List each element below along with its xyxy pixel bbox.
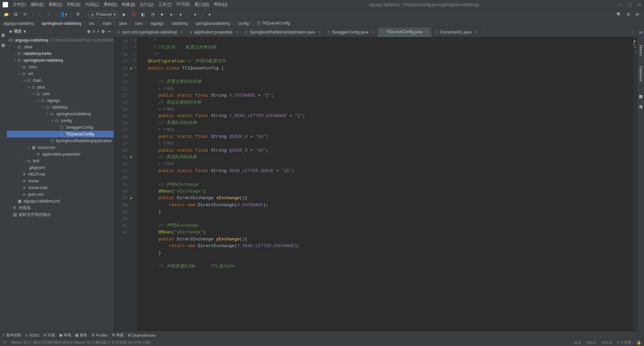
back-icon[interactable]: ← <box>36 11 43 18</box>
error-strip[interactable]: ▲ 1 ∧ ∨ <box>633 37 637 331</box>
settings-icon[interactable]: ⚙ <box>625 11 632 18</box>
expand-icon[interactable]: ≡ <box>93 29 95 34</box>
menu-item[interactable]: 视图(V) <box>47 1 64 8</box>
cursor-position[interactable]: 95:6 <box>574 341 581 345</box>
minimize-icon[interactable]: — <box>618 2 622 7</box>
bottom-tab[interactable]: ᚶ 版本控制 <box>3 333 21 338</box>
editor-tab[interactable]: CConsumer01.java× <box>432 27 481 37</box>
close-tab-icon[interactable]: × <box>426 30 428 34</box>
tree-item[interactable]: ▾🗀config <box>7 117 114 124</box>
tree-item[interactable]: ⒸSwaggerConfig <box>7 124 114 131</box>
tabs-more-icon[interactable]: ⋮ <box>628 27 637 37</box>
forward-icon[interactable]: → <box>45 11 53 18</box>
indent[interactable]: 4 个空格 <box>617 340 631 345</box>
reload-icon[interactable]: ⟳ <box>21 11 29 18</box>
editor-tab[interactable]: CTtlQueueConfig.java× <box>378 27 432 37</box>
tree-item[interactable]: ≡application.properties <box>7 151 114 158</box>
bottom-tab[interactable]: ▦ 服务 <box>75 333 87 338</box>
close-tab-icon[interactable]: × <box>475 30 477 35</box>
tree-item[interactable]: ›🗀.mvn <box>7 64 114 70</box>
menu-item[interactable]: 代码(C) <box>83 1 101 8</box>
tree-item[interactable]: ▾🗀rabbitmq <box>7 104 114 111</box>
tree-item[interactable]: ▾🗀atguigu <box>7 97 114 104</box>
breadcrumb-item[interactable]: com <box>134 21 143 26</box>
hammer-icon[interactable]: ⚒ <box>74 11 82 18</box>
bottom-tab[interactable]: ▣ 终端 <box>59 333 71 338</box>
tree-item[interactable]: ▾🗀atguigu-rabbitmqE:\WorkData\IdeaProjec… <box>7 37 114 44</box>
tool-tab[interactable]: Database <box>639 66 643 82</box>
line-separator[interactable]: CRLF <box>586 341 596 345</box>
close-tab-icon[interactable]: × <box>318 30 321 35</box>
breadcrumb-item[interactable]: atguigu <box>150 21 164 26</box>
tree-item[interactable]: ▾🗀java <box>7 84 114 91</box>
breadcrumb-item[interactable]: springboot-rabbitmq <box>41 21 82 26</box>
tree-item[interactable]: ▾🗀springbootrabbitmq <box>7 111 114 117</box>
prev-icon[interactable]: ∧ <box>634 45 637 49</box>
breadcrumb-item[interactable]: rabbitmq <box>171 21 188 26</box>
menu-item[interactable]: 导航(N) <box>65 1 83 8</box>
tree-item[interactable]: ›⊪外部库 <box>7 205 114 211</box>
project-tree[interactable]: ▾🗀atguigu-rabbitmqE:\WorkData\IdeaProjec… <box>7 36 114 331</box>
search-icon[interactable]: 🔍 <box>615 11 623 18</box>
close-tab-icon[interactable]: × <box>236 30 238 35</box>
close-tab-icon[interactable]: × <box>181 30 183 35</box>
close-icon[interactable]: ✕ <box>638 2 641 7</box>
code-editor[interactable]: * * TTL队列 配置文件类代码 */ @Configuration // 声… <box>138 37 633 331</box>
stop-icon[interactable]: ■ <box>158 11 166 18</box>
service-icon-3[interactable]: ● <box>192 11 199 18</box>
tree-item[interactable]: mpom.xml <box>7 191 114 198</box>
tree-item[interactable]: ›🗀rabbitmq-hello <box>7 50 114 57</box>
breadcrumb-item[interactable]: springbootrabbitmq <box>195 21 231 26</box>
bottom-tab[interactable]: ⚒ 构建 <box>112 333 124 338</box>
service-icon-4[interactable]: ● <box>206 11 213 18</box>
editor-tab[interactable]: CSwaggerConfig.java× <box>324 27 378 37</box>
next-icon[interactable]: ∨ <box>634 50 637 53</box>
shield-icon[interactable]: ⛨ <box>634 11 641 18</box>
tree-item[interactable]: ≡mvnw <box>7 178 114 184</box>
editor-tab[interactable]: ≡application.properties× <box>187 27 242 37</box>
lock-icon[interactable]: 🔒 <box>637 340 641 345</box>
gear-icon[interactable]: ⚙ <box>101 29 105 34</box>
collapse-icon[interactable]: ÷ <box>97 29 99 34</box>
service-icon[interactable]: ● <box>168 11 175 18</box>
bottom-tab[interactable]: ≡ TODO <box>25 333 39 337</box>
breadcrumb-item[interactable]: atguigu-rabbitmq <box>3 21 34 26</box>
tool-tab[interactable]: Maven <box>639 45 643 56</box>
breadcrumb-item[interactable]: config <box>237 21 250 26</box>
editor-tab[interactable]: CSpringbootRabbitmqApplication.java× <box>242 27 324 37</box>
tree-item[interactable]: ▾🗀src <box>7 70 114 77</box>
encoding[interactable]: UTF-8 <box>601 341 612 345</box>
tree-item[interactable]: ◦.gitignore <box>7 164 114 171</box>
debug-icon[interactable]: 🐞 <box>130 11 138 18</box>
menu-item[interactable]: VCS(S) <box>174 1 192 8</box>
tree-item[interactable]: ›🗀test <box>7 158 114 164</box>
menu-item[interactable]: 运行(U) <box>138 1 156 8</box>
menu-item[interactable]: 工具(T) <box>156 1 173 8</box>
tree-item[interactable]: ▾🗀com <box>7 91 114 97</box>
tree-item[interactable]: ⒸTtlQueueConfig <box>7 131 114 137</box>
tree-item[interactable]: ≡HELP.md <box>7 171 114 178</box>
close-tab-icon[interactable]: × <box>372 30 374 35</box>
fold-column[interactable]: ⊟⊟⊟⊟⊟ <box>133 37 138 331</box>
save-icon[interactable]: 🖫 <box>12 11 19 18</box>
locate-icon[interactable]: ⊕ <box>87 29 91 34</box>
tree-item[interactable]: ›🗀.idea <box>7 44 114 50</box>
coverage-icon[interactable]: ◧ <box>140 11 147 18</box>
menu-item[interactable]: 构建(B) <box>120 1 137 8</box>
bottom-tab[interactable]: ⊘ 问题 <box>43 333 55 338</box>
breadcrumb-item[interactable]: Ⓒ TtlQueueConfig <box>256 20 291 26</box>
open-icon[interactable]: 📂 <box>3 11 10 18</box>
menu-item[interactable]: 编辑(E) <box>29 1 46 8</box>
tree-item[interactable]: ▤临时文件和控制台 <box>7 211 114 218</box>
breadcrumb-item[interactable]: java <box>119 21 127 26</box>
bottom-tab[interactable]: ⊞ Dependencies <box>128 333 156 337</box>
tree-item[interactable]: ⒸSpringbootRabbitmqApplication <box>7 137 114 144</box>
breadcrumb-item[interactable]: src <box>89 21 95 26</box>
tree-item[interactable]: ▾🗀springboot-rabbitmq <box>7 57 114 64</box>
bottom-tab[interactable]: ◔ Profiler <box>91 333 108 337</box>
maximize-icon[interactable]: ▢ <box>628 2 632 7</box>
menu-item[interactable]: 帮助(H) <box>212 1 229 8</box>
avatar-icon[interactable]: 👤▾ <box>60 11 67 18</box>
menu-item[interactable]: 重构(R) <box>102 1 119 8</box>
menu-item[interactable]: 文件(F) <box>11 1 28 8</box>
